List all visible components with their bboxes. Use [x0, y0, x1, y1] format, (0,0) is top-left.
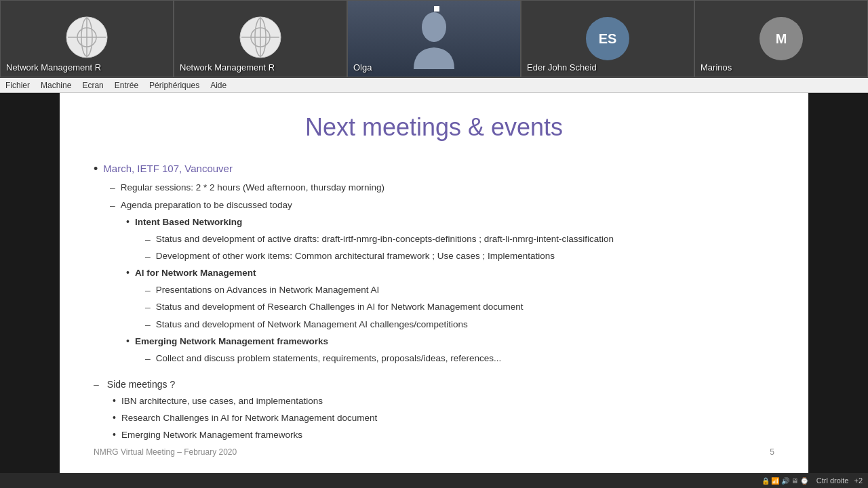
dash-marker-2: – [110, 198, 115, 213]
emerging-dash-text-1: Collect and discuss problem statements, … [156, 351, 502, 366]
bullet-marker-march: • [94, 161, 98, 178]
side-panel-right [808, 93, 868, 473]
bullet-text-ibn: Intent Based Networking [135, 215, 242, 230]
video-feed-olga [348, 1, 520, 77]
ibn-dash-marker-2: – [145, 249, 151, 264]
bullet-text-march: March, IETF 107, Vancouver [103, 161, 233, 177]
side-bullet-3: • [113, 428, 116, 442]
ai-sub-items: – Presentations on Advances in Network M… [145, 283, 774, 332]
ai-dash-text-2: Status and development of Research Chall… [156, 300, 524, 314]
emerging-dash-1: – Collect and discuss problem statements… [145, 351, 774, 366]
march-sub-items: – Regular sessions: 2 * 2 hours (Wed aft… [110, 180, 774, 366]
side-panel-left [0, 93, 60, 473]
participant-name-4: Eder John Scheid [527, 62, 597, 73]
ai-dash-text-1: Presentations on Advances in Network Man… [156, 283, 379, 298]
slide-wrapper: Next meetings & events • March, IETF 107… [60, 93, 808, 473]
dash-marker-side: – [94, 377, 99, 392]
ctrl-info: Ctrl droite [816, 476, 849, 485]
bullet-marker-ibn: • [126, 215, 130, 229]
side-text-2: Research Challenges in AI for Network Ma… [121, 411, 377, 426]
ibn-dash-marker-1: – [145, 232, 151, 247]
dash-marker-1: – [110, 180, 115, 195]
video-tile-3[interactable]: Olga [347, 0, 521, 77]
recording-dot [434, 6, 439, 12]
ibn-dash-1: – Status and development of active draft… [145, 232, 774, 247]
ibn-sub-items: – Status and development of active draft… [145, 232, 774, 264]
plus-info: +2 [854, 476, 863, 485]
ibn-dash-2: – Development of other work items: Commo… [145, 249, 774, 264]
video-bar: Network Management R Network Management … [0, 0, 868, 78]
ai-dash-marker-1: – [145, 283, 151, 298]
menu-entree[interactable]: Entrée [115, 81, 138, 90]
emerging-sub-items: – Collect and discuss problem statements… [145, 351, 774, 366]
taskbar: 🔒 📶 🔊 🖥 ⌚ Ctrl droite +2 [0, 473, 868, 488]
slide-content-area: Next meetings & events • March, IETF 107… [60, 93, 808, 464]
avatar-es: ES [586, 17, 629, 60]
side-meetings-items: • IBN architecture, use cases, and imple… [113, 394, 774, 442]
side-bullet-2: • [113, 411, 116, 425]
side-meeting-2: • Research Challenges in AI for Network … [113, 411, 774, 426]
bullet-marker-ai: • [126, 266, 130, 280]
tray-icons: 🔒 📶 🔊 🖥 ⌚ [762, 477, 808, 485]
bullet-text-ai: AI for Network Management [135, 266, 256, 281]
video-tile-4[interactable]: ES Eder John Scheid [521, 0, 694, 77]
emerging-dash-marker-1: – [145, 351, 151, 366]
dash-side-meetings: – Side meetings ? [94, 377, 774, 392]
dash-regular-sessions: – Regular sessions: 2 * 2 hours (Wed aft… [110, 180, 774, 195]
side-meetings-section: – Side meetings ? • IBN architecture, us… [94, 377, 774, 442]
network-avatar-2 [239, 16, 282, 62]
menu-ecran[interactable]: Ecran [82, 81, 103, 90]
bullet-march: • March, IETF 107, Vancouver [94, 161, 774, 178]
participant-name-2: Network Management R [180, 62, 275, 73]
video-tile-5[interactable]: M Marinos [694, 0, 868, 77]
dash-text-agenda: Agenda preparation to be discussed today [121, 198, 292, 213]
avatar-m: M [760, 17, 803, 60]
participant-name-1: Network Management R [6, 62, 101, 73]
svg-point-10 [422, 12, 446, 42]
ai-dash-1: – Presentations on Advances in Network M… [145, 283, 774, 298]
participant-name-3: Olga [353, 62, 372, 73]
menu-peripheriques[interactable]: Périphériques [149, 81, 199, 90]
ai-dash-text-3: Status and development of Network Manage… [156, 317, 468, 332]
network-avatar-1 [65, 16, 108, 62]
ai-dash-2: – Status and development of Research Cha… [145, 300, 774, 314]
ibn-dash-text-1: Status and development of active drafts:… [156, 232, 614, 247]
side-text-3: Emerging Network Management frameworks [121, 428, 302, 443]
footer-left: NMRG Virtual Meeting – February 2020 [94, 447, 237, 457]
menu-aide[interactable]: Aide [210, 81, 226, 90]
agenda-sub-items: • Intent Based Networking – Status and d… [126, 215, 774, 366]
main-area: Next meetings & events • March, IETF 107… [0, 93, 868, 473]
menu-bar: Fichier Machine Ecran Entrée Périphériqu… [0, 78, 868, 93]
bullet-ibn: • Intent Based Networking [126, 215, 774, 230]
menu-machine[interactable]: Machine [41, 81, 71, 90]
bullet-marker-emerging: • [126, 334, 130, 348]
footer-right: 5 [770, 447, 774, 457]
side-text-1: IBN architecture, use cases, and impleme… [121, 394, 323, 409]
dash-text-regular: Regular sessions: 2 * 2 hours (Wed after… [121, 180, 384, 195]
side-meeting-3: • Emerging Network Management frameworks [113, 428, 774, 443]
video-tile-2[interactable]: Network Management R [174, 0, 347, 77]
ai-dash-3: – Status and development of Network Mana… [145, 317, 774, 332]
menu-fichier[interactable]: Fichier [5, 81, 30, 90]
video-tile-1[interactable]: Network Management R [0, 0, 174, 77]
ibn-dash-text-2: Development of other work items: Common … [156, 249, 555, 264]
ai-dash-marker-2: – [145, 300, 151, 314]
dash-agenda-prep: – Agenda preparation to be discussed tod… [110, 198, 774, 213]
bullet-emerging: • Emerging Network Management frameworks [126, 334, 774, 349]
ai-dash-marker-3: – [145, 317, 151, 332]
bullet-text-emerging: Emerging Network Management frameworks [135, 334, 328, 349]
slide-footer: NMRG Virtual Meeting – February 2020 5 [60, 447, 808, 457]
slide-title: Next meetings & events [94, 113, 774, 142]
side-meetings-label: Side meetings ? [107, 377, 175, 392]
participant-name-5: Marinos [701, 62, 732, 73]
bullet-ai-nm: • AI for Network Management [126, 266, 774, 281]
slide-body: • March, IETF 107, Vancouver – Regular s… [94, 161, 774, 442]
side-bullet-1: • [113, 394, 116, 408]
side-meeting-1: • IBN architecture, use cases, and imple… [113, 394, 774, 409]
